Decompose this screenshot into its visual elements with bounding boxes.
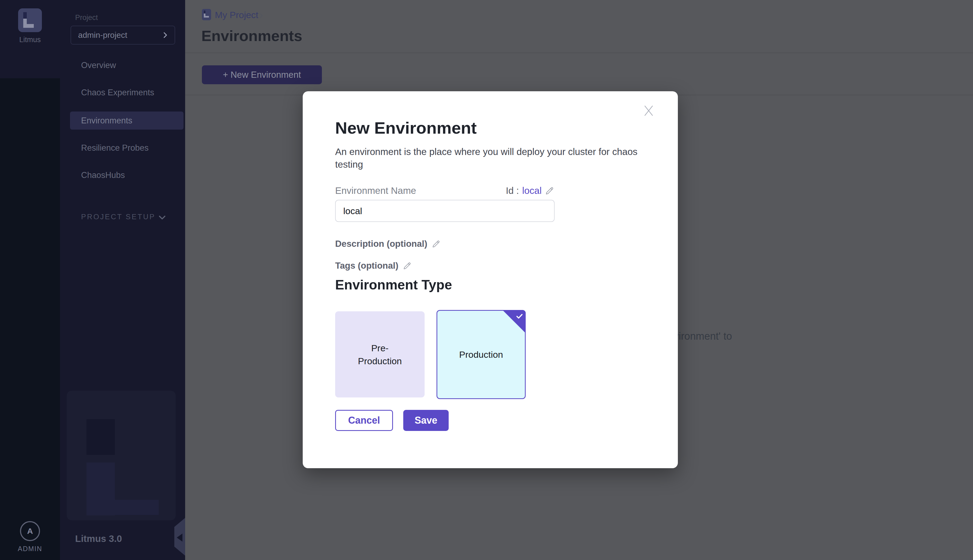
- edit-pencil-icon[interactable]: [403, 261, 412, 270]
- modal-actions: Cancel Save: [335, 410, 449, 431]
- type-card-production[interactable]: Production: [436, 310, 526, 399]
- edit-pencil-icon[interactable]: [545, 186, 555, 195]
- tags-optional-toggle[interactable]: Tags (optional): [335, 260, 412, 271]
- type-card-label: Pre-Production: [350, 342, 410, 367]
- check-icon: [515, 312, 523, 320]
- save-button[interactable]: Save: [403, 410, 449, 431]
- close-icon[interactable]: [641, 103, 656, 118]
- tags-optional-label: Tags (optional): [335, 260, 398, 271]
- new-environment-modal: New Environment An environment is the pl…: [303, 91, 678, 468]
- edit-pencil-icon[interactable]: [431, 239, 441, 248]
- id-label: Id :: [506, 185, 519, 196]
- selected-corner-badge: [502, 310, 526, 333]
- type-card-pre-production[interactable]: Pre-Production: [335, 311, 425, 397]
- modal-title: New Environment: [335, 118, 477, 137]
- environment-type-heading: Environment Type: [335, 277, 452, 293]
- description-optional-label: Description (optional): [335, 239, 427, 249]
- environment-id-group: Id : local: [506, 185, 555, 196]
- environment-name-label: Environment Name: [335, 185, 416, 196]
- environment-name-input[interactable]: [335, 200, 555, 222]
- litmus-app: My Project Environments + New Environmen…: [0, 0, 973, 560]
- environment-name-field-header: Environment Name Id : local: [335, 185, 555, 196]
- cancel-button[interactable]: Cancel: [335, 410, 393, 431]
- modal-description: An environment is the place where you wi…: [335, 145, 640, 171]
- description-optional-toggle[interactable]: Description (optional): [335, 239, 441, 249]
- id-value: local: [522, 185, 542, 196]
- type-card-label: Production: [459, 348, 503, 361]
